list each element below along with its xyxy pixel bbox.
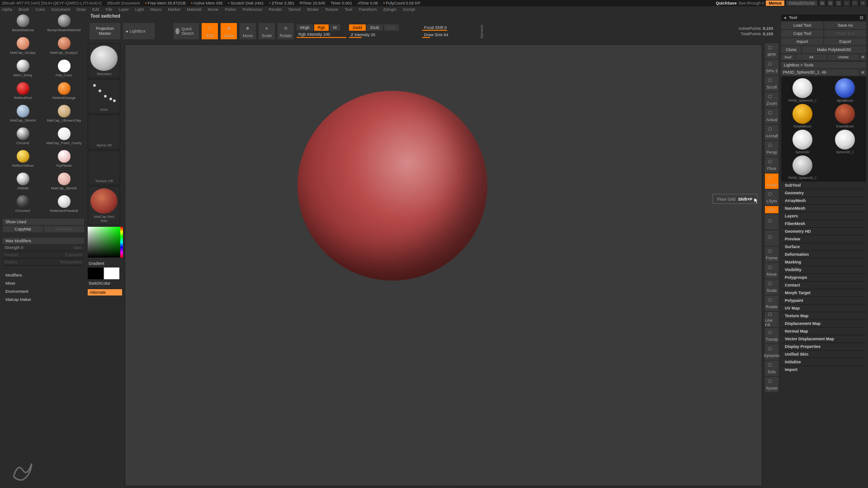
- tool-acc-geometry-hd[interactable]: Geometry HD: [781, 227, 866, 235]
- tool-r[interactable]: R: [860, 70, 866, 75]
- material-MatCap_Sculpy[interactable]: MatCap_Sculpy: [3, 37, 43, 59]
- acc-modifiers[interactable]: Modifiers: [3, 271, 84, 279]
- tool-name[interactable]: PM3D_Sphere3D_1. 49: [781, 69, 859, 75]
- acc-environment[interactable]: Environment: [3, 287, 84, 296]
- rtool-lsym[interactable]: ▢LSym: [765, 190, 778, 205]
- acc-mixer[interactable]: Mixer: [3, 279, 84, 287]
- menu-draw[interactable]: Draw: [76, 7, 86, 12]
- rtool-move[interactable]: ▢Move: [765, 263, 778, 278]
- rtool-transp[interactable]: ▢Transp: [765, 328, 778, 343]
- rtool-actual[interactable]: ▢Actual: [765, 108, 778, 124]
- strength-slider[interactable]: Strength 0Spec: [3, 244, 84, 251]
- material-MatCap_LBrownClay[interactable]: MatCap_LBrownClay: [44, 105, 84, 127]
- tool-acc-preview[interactable]: Preview: [781, 235, 866, 243]
- quicksave[interactable]: QuickSave: [716, 1, 736, 5]
- menu-brush[interactable]: Brush: [19, 7, 29, 12]
- rtool-blank-12[interactable]: ▢: [765, 230, 778, 246]
- tool-acc-normal-map[interactable]: Normal Map: [781, 327, 866, 335]
- tool-acc-texture-map[interactable]: Texture Map: [781, 312, 866, 319]
- tool-acc-subtool[interactable]: SubTool: [781, 181, 866, 189]
- material-Chrome[interactable]: Chrome: [3, 127, 43, 149]
- show-used[interactable]: Show Used: [3, 219, 84, 225]
- acc-matcap-maker[interactable]: Matcap Maker: [3, 296, 84, 304]
- menu-material[interactable]: Material: [187, 7, 201, 12]
- material-MatCap_Pearl_Cavity[interactable]: MatCap_Pearl_Cavity: [44, 127, 84, 149]
- tool-thumb-PM3D_Sphere3D_1[interactable]: PM3D_Sphere3D_1: [782, 78, 823, 102]
- rgb-btn[interactable]: Rgb: [314, 24, 329, 31]
- canvas-scroll[interactable]: [437, 481, 450, 485]
- rtool-dynamic[interactable]: ▢Dynamic: [765, 344, 778, 360]
- export-btn[interactable]: Export: [824, 38, 866, 45]
- rtool-frame[interactable]: ▢Frame: [765, 247, 778, 262]
- goz-all[interactable]: All: [796, 54, 827, 60]
- layout-2[interactable]: ⊟: [827, 0, 834, 6]
- close-btn[interactable]: ×: [860, 0, 866, 6]
- goz-r[interactable]: R: [860, 54, 866, 60]
- menu-preference[interactable]: Preference: [242, 7, 262, 12]
- layout[interactable]: DefaultZScript: [786, 0, 817, 6]
- tool-acc-vector-displacement-map[interactable]: Vector Displacement Map: [781, 335, 866, 343]
- switchcolor[interactable]: SwitchColor: [88, 280, 122, 286]
- menu-stroke[interactable]: Stroke: [307, 7, 319, 12]
- dynamic-lbl[interactable]: Dynamic: [480, 24, 484, 38]
- tool-acc-visibility[interactable]: Visibility: [781, 266, 866, 273]
- rtool-rotate[interactable]: ▢Rotate: [765, 296, 778, 311]
- material-matcap[interactable]: MatCap Red Wax: [88, 186, 120, 225]
- goz-visible[interactable]: Visible: [828, 54, 859, 60]
- tool-acc-geometry[interactable]: Geometry: [781, 189, 866, 197]
- tool-thumb-SimpleBrush[interactable]: SimpleBrush: [782, 104, 823, 128]
- rtool-zoom[interactable]: ▢Zoom: [765, 92, 778, 108]
- saveas[interactable]: Save As: [824, 22, 866, 29]
- color-picker[interactable]: [88, 227, 120, 259]
- mrgb-btn[interactable]: Mrgb: [297, 24, 313, 31]
- rtool-scroll[interactable]: ▢Scroll: [765, 76, 778, 91]
- menu-zplugin[interactable]: Zplugin: [383, 7, 397, 12]
- tool-acc-fibermesh[interactable]: FiberMesh: [781, 220, 866, 227]
- texture-off[interactable]: Texture Off: [88, 150, 120, 185]
- import-btn[interactable]: Import: [781, 38, 823, 45]
- menu-stencil[interactable]: Stencil: [288, 7, 301, 12]
- tool-acc-masking[interactable]: Masking: [781, 258, 866, 266]
- copy-tool[interactable]: Copy Tool: [781, 30, 823, 37]
- menu-macro[interactable]: Macro: [150, 7, 161, 12]
- z-intensity[interactable]: Z Intensity 25: [349, 32, 399, 38]
- menu-texture[interactable]: Texture: [325, 7, 339, 12]
- rtool-persp[interactable]: ▢Persp: [765, 141, 778, 156]
- material-Chrome2[interactable]: Chrome2: [3, 195, 43, 217]
- tool-acc-displacement-map[interactable]: Displacement Map: [781, 319, 866, 327]
- material-Flat_Color[interactable]: Flat_Color: [44, 60, 84, 81]
- rtool-solo[interactable]: ▢Solo: [765, 361, 778, 376]
- menu-picker[interactable]: Picker: [225, 7, 236, 12]
- tool-acc-initialize[interactable]: Initialize: [781, 358, 866, 366]
- menu-marker[interactable]: Marker: [168, 7, 180, 12]
- edit-btn[interactable]: ✎Edit: [202, 23, 218, 39]
- tool-acc-surface[interactable]: Surface: [781, 243, 866, 250]
- material-MatCap_Sculpy2[interactable]: MatCap_Sculpy2: [44, 37, 84, 59]
- rtool-blank-11[interactable]: ▢: [765, 214, 778, 230]
- rotate-btn[interactable]: ⟲Rotate: [278, 23, 294, 39]
- tool-acc-morph-target[interactable]: Morph Target: [781, 289, 866, 296]
- swatch-black[interactable]: [88, 267, 103, 279]
- tool-thumb-Sphere3D[interactable]: Sphere3D: [782, 130, 823, 154]
- scale-btn[interactable]: ⤧Scale: [259, 23, 275, 39]
- rtool-scale[interactable]: ▢Scale: [765, 279, 778, 295]
- copymat[interactable]: CopyMat: [3, 226, 43, 232]
- material-ReflectedPlasticB[interactable]: ReflectedPlasticB: [44, 195, 84, 217]
- stroke-dots[interactable]: Dots: [88, 79, 120, 114]
- tool-thumb-EraserBrush[interactable]: EraserBrush: [825, 104, 865, 128]
- rtool-floor[interactable]: ▢Floor: [765, 157, 778, 173]
- material-ToyPlastic[interactable]: ToyPlastic: [44, 150, 84, 172]
- rgb-intensity[interactable]: Rgb Intensity 100: [297, 32, 346, 38]
- menu-zscript[interactable]: Zscript: [403, 7, 415, 12]
- tool-acc-uv-map[interactable]: UV Map: [781, 304, 866, 312]
- menus-btn[interactable]: Menus: [766, 0, 784, 6]
- tool-thumb-AlphaBrush[interactable]: AlphaBrush: [825, 78, 865, 102]
- makepoly-btn[interactable]: Make PolyMesh3D: [802, 46, 866, 53]
- move-btn[interactable]: ✥Move: [240, 23, 256, 39]
- brush-standard[interactable]: Standard: [88, 43, 120, 78]
- rtool-line-fill[interactable]: ▢Line Fill: [765, 312, 778, 327]
- draw-size[interactable]: Draw Size 64: [422, 32, 472, 38]
- tool-acc-layers[interactable]: Layers: [781, 212, 866, 220]
- gradient-lbl[interactable]: Gradient: [88, 260, 122, 267]
- material-MatCap_Skin06[interactable]: MatCap_Skin06: [44, 173, 84, 194]
